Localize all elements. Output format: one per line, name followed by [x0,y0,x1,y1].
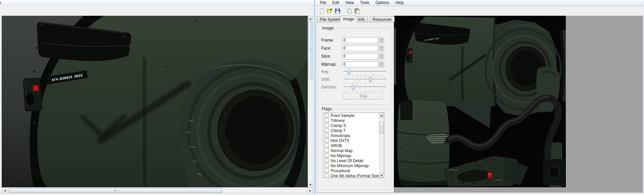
flags-listbox-items: Point SampleTrilinearClamp SClamp TAniso… [324,113,379,178]
face-input[interactable] [342,45,378,51]
spinner-up-button[interactable] [379,37,384,40]
flag-item[interactable]: SRGB [324,143,379,148]
red-indicator [34,86,38,90]
new-button[interactable] [318,7,325,14]
spinner-up-button[interactable] [379,45,384,48]
flag-item[interactable]: No Level Of Detail [324,158,379,163]
flags-scroll-thumb[interactable] [380,122,384,134]
face-spinner[interactable] [379,45,384,51]
arrow-down-icon [380,175,383,176]
flag-item[interactable]: Trilinear [324,118,379,123]
flag-checkbox[interactable] [325,148,329,153]
shift-slider[interactable] [343,77,386,82]
menu-options[interactable]: Options [373,0,392,6]
flag-checkbox[interactable] [325,153,329,158]
flag-item[interactable]: Normal Map [324,148,379,153]
flag-checkbox[interactable] [325,164,329,168]
copy-button[interactable] [345,7,353,14]
flag-checkbox[interactable] [325,143,329,148]
scroll-down-button[interactable] [308,182,313,187]
slice-spinner[interactable] [379,53,384,59]
flag-item[interactable]: Anisotropic [324,133,379,138]
at4-texture-atlas: AT4-B30034 OOIE [394,16,566,187]
play-button[interactable]: Play [343,93,384,100]
flags-groupbox-title: Flags: [321,107,334,111]
flag-label: Clamp T [331,128,346,133]
at4-texture-zoomed: AT4-B30034 OOIE [2,16,308,187]
flag-checkbox[interactable] [325,158,329,163]
mipmap-input[interactable] [342,61,378,67]
spinner-down-icon [381,57,383,58]
menu-view[interactable]: View [342,0,357,6]
flag-checkbox[interactable] [325,113,329,118]
menu-edit[interactable]: Edit [329,0,342,6]
texture-preview-pane[interactable]: AT4-B30034 OOIE [394,16,644,193]
slider-track [343,86,386,87]
flag-checkbox[interactable] [325,138,329,143]
spinner-down-button[interactable] [379,48,384,51]
save-button[interactable] [334,7,341,14]
flag-item[interactable]: Procedural [324,168,379,173]
flags-groupbox: Flags: Point SampleTrilinearClamp SClamp… [318,109,392,190]
frame-label: Frame: [321,37,334,43]
arrow-down-icon [309,184,312,186]
scroll-left-button[interactable] [2,188,7,193]
tab-resources[interactable]: Resources [369,16,395,22]
menu-tools[interactable]: Tools [357,0,373,6]
frame-spinner[interactable] [379,37,384,43]
spinner-down-button[interactable] [379,56,384,59]
vertical-scroll-thumb[interactable] [308,21,312,79]
slider-thumb[interactable] [348,69,350,74]
firing-switch [23,77,43,111]
left-vertical-scrollbar[interactable] [308,16,312,187]
slice-input[interactable] [342,53,378,59]
flag-checkbox[interactable] [325,174,329,178]
left-horizontal-scrollbar[interactable] [2,187,313,193]
open-button[interactable] [326,7,333,14]
slider-thumb[interactable] [352,85,354,90]
flag-label: Trilinear [331,118,345,123]
menu-help[interactable]: Help [392,0,407,6]
tab-image[interactable]: Image [340,16,357,22]
shift-label: Shift: [321,76,330,82]
flag-item[interactable]: No Mipmap [324,153,379,158]
flags-scroll-down-button[interactable] [379,173,384,178]
spinner-up-button[interactable] [379,61,384,64]
horizontal-scroll-thumb[interactable] [9,188,222,193]
flag-checkbox[interactable] [325,118,329,123]
flag-item[interactable]: Hint DXT5 [324,138,379,143]
toolbar [316,6,644,15]
flag-checkbox[interactable] [325,123,329,128]
flag-item[interactable]: Clamp T [324,128,379,133]
left-toolbar [0,6,314,16]
spinner-down-button[interactable] [379,64,384,67]
scroll-up-button[interactable] [308,16,313,21]
slider-thumb[interactable] [369,77,372,82]
arrow-left-icon [4,189,6,192]
slice-label: Slice: [321,53,331,59]
flags-scrollbar[interactable] [379,113,384,178]
flags-scroll-up-button[interactable] [379,113,384,118]
flag-item[interactable]: No Minimum Mipmap [324,163,379,168]
scroll-right-button[interactable] [307,188,313,193]
texture-canvas-zoomed[interactable]: AT4-B30034 OOIE [2,16,308,187]
frame-input[interactable] [342,37,378,43]
flag-item[interactable]: Point Sample [324,113,379,118]
flag-label: No Level Of Detail [331,158,363,163]
key-slider[interactable] [343,69,386,75]
slider-ticks [344,83,386,84]
spinner-down-button[interactable] [379,40,384,43]
flag-item[interactable]: One Bit Alpha (Format Spec [324,173,379,178]
paste-button[interactable] [353,7,361,14]
spinner-up-button[interactable] [379,53,384,56]
flag-checkbox[interactable] [325,128,329,133]
flag-checkbox[interactable] [325,169,329,173]
arrow-up-icon [309,18,312,19]
flag-checkbox[interactable] [325,133,329,138]
spinner-up-icon [381,38,383,39]
gamma-slider[interactable] [343,85,386,90]
mipmap-spinner[interactable] [379,61,384,67]
flag-item[interactable]: Clamp S [324,123,379,128]
flags-listbox[interactable]: Point SampleTrilinearClamp SClamp TAniso… [323,113,384,178]
menu-file[interactable]: File [317,0,329,6]
